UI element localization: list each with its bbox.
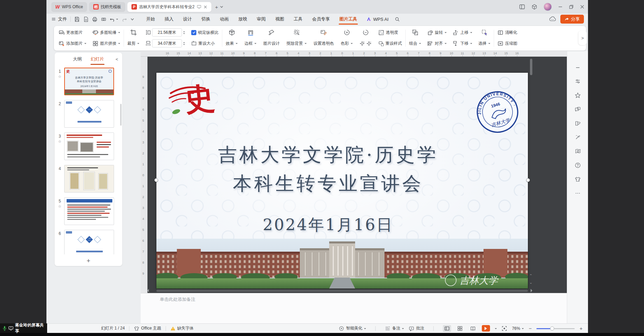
move-up-button[interactable]: 上移 [453, 30, 472, 36]
remove-background-button[interactable]: 抠除背景 [286, 41, 307, 46]
screen-share-banner[interactable]: 蒋金玲的屏幕共享 [0, 323, 47, 333]
previous-slide-button[interactable]: ⌃ [529, 274, 532, 278]
hscroll-right-arrow[interactable] [531, 289, 534, 292]
group-icon[interactable] [412, 29, 419, 36]
picture-stitch-button[interactable]: 图片拼接 [93, 41, 120, 46]
zoom-slider[interactable] [536, 326, 575, 331]
picture-design-icon[interactable] [268, 29, 275, 36]
group-button[interactable]: 组合 [409, 41, 421, 46]
zoom-in-button[interactable]: + [579, 325, 583, 331]
selection-handle-right[interactable] [526, 178, 530, 182]
fit-slide-icon[interactable] [502, 326, 507, 331]
brightness-up-icon[interactable] [344, 29, 350, 36]
menu-design[interactable]: 设计 [183, 16, 192, 22]
history-logo[interactable]: 史 [169, 82, 223, 123]
help-icon[interactable] [575, 162, 581, 168]
output-pdf-icon[interactable] [83, 16, 89, 22]
brightness-down-icon[interactable] [363, 29, 369, 36]
workspace-cube-icon[interactable] [531, 4, 537, 10]
lock-aspect-ratio-checkbox[interactable]: 锁定纵横比 [191, 30, 219, 36]
set-transparent-color-icon[interactable] [320, 29, 327, 36]
shape-combine-icon[interactable] [575, 106, 581, 112]
slide-thumbnail-4[interactable] [64, 165, 114, 193]
align-button[interactable]: 对齐 [427, 41, 447, 46]
change-picture-button[interactable]: 更改图片 [59, 30, 86, 36]
menu-picture-tools[interactable]: 图片工具 [339, 16, 357, 22]
menu-tools[interactable]: 工具 [294, 16, 303, 22]
tab-docer-templates[interactable]: 稻 找稻壳模板 [89, 2, 125, 12]
new-tab-button[interactable]: + [215, 4, 218, 10]
remove-background-icon[interactable] [293, 29, 300, 36]
tab-wps-office[interactable]: W WPS Office [51, 2, 87, 12]
effects-button[interactable]: 效果 [226, 41, 238, 46]
menu-member[interactable]: 会员专享 [312, 16, 330, 22]
vertical-scrollbar[interactable] [530, 59, 532, 75]
search-icon[interactable] [395, 17, 400, 22]
slide-editor[interactable]: 史 JILIN UNIVERSITY · CHINA 1946 吉林大学 吉林大… [156, 73, 528, 289]
menu-home[interactable]: 开始 [146, 16, 155, 22]
slide-thumbnail-6[interactable]: 二 [64, 230, 114, 254]
split-view-icon[interactable] [519, 4, 525, 10]
crop-icon[interactable] [130, 29, 137, 36]
next-slide-button[interactable]: ⌄ [529, 281, 532, 284]
sharpen-up-icon[interactable] [360, 41, 365, 46]
slide-title-line1[interactable]: 吉林大学文学院·历史学 [159, 142, 497, 168]
object-properties-icon[interactable] [575, 78, 581, 84]
select-icon[interactable] [481, 29, 488, 36]
notes-button[interactable]: 备注 [385, 325, 404, 331]
panel-scrollbar[interactable] [120, 104, 122, 126]
horizontal-scrollbar[interactable] [156, 290, 528, 292]
effects-icon[interactable] [228, 29, 235, 36]
menu-view[interactable]: 视图 [275, 16, 284, 22]
view-reading-button[interactable] [469, 325, 477, 332]
compress-button[interactable]: 压缩图 [498, 41, 517, 46]
undo-caret-icon[interactable] [116, 19, 118, 21]
menu-insert[interactable]: 插入 [165, 16, 173, 22]
border-button[interactable]: 边框 [244, 41, 256, 46]
width-stepper[interactable] [183, 41, 185, 46]
slide-thumbnail-5[interactable] [64, 197, 114, 225]
menu-animation[interactable]: 动画 [220, 16, 229, 22]
move-down-button[interactable]: 下移 [453, 41, 472, 46]
picture-design-button[interactable]: 图片设计 [263, 41, 280, 46]
slide-date[interactable]: 2024年1月16日 [159, 214, 497, 236]
width-input[interactable]: 34.07厘米 [152, 39, 182, 47]
more-tools-icon[interactable] [575, 190, 581, 196]
qat-more-chevron-icon[interactable] [130, 17, 135, 22]
share-button[interactable]: 分享 [560, 15, 584, 24]
editing-canvas[interactable]: 1615141312111098765432101234567891011121… [141, 51, 567, 293]
panel-collapse-button[interactable]: < [115, 57, 118, 62]
slide-thumbnail-3[interactable] [64, 132, 114, 160]
height-stepper[interactable] [183, 30, 185, 35]
selection-handle-left[interactable] [154, 178, 158, 182]
tab-presentation-active[interactable]: P 吉林大学历史学科本科转专业2 [127, 2, 211, 12]
print-preview-icon[interactable] [101, 16, 107, 22]
restore-window-icon[interactable] [569, 4, 574, 9]
multi-carousel-button[interactable]: 多图轮播 [93, 30, 120, 36]
select-button[interactable]: 选择 [478, 41, 490, 46]
color-button[interactable]: 色彩 [341, 41, 353, 46]
reset-size-button[interactable]: 重设大小 [191, 41, 219, 46]
tab-slides[interactable]: 幻灯片 [91, 56, 104, 62]
wps-ai-button[interactable]: WPS AI [366, 16, 389, 22]
missing-font-warning[interactable]: 缺失字体 [170, 325, 194, 331]
zoom-out-button[interactable]: − [529, 325, 532, 331]
border-icon[interactable] [247, 29, 254, 36]
view-normal-button[interactable] [443, 325, 451, 332]
height-input[interactable]: 21.56厘米 [152, 28, 182, 37]
close-tab-icon[interactable] [204, 5, 207, 9]
transparency-button[interactable]: 透明度 [378, 30, 402, 36]
docer-resources-icon[interactable] [575, 120, 581, 126]
rotate-button[interactable]: 旋转 [427, 30, 447, 36]
reset-style-button[interactable]: 重设样式 [378, 41, 402, 46]
add-slide-button[interactable]: + [86, 257, 90, 265]
sidebar-collapse-icon[interactable] [575, 65, 580, 70]
add-picture-button[interactable]: 添加图片 [59, 41, 86, 46]
magic-beautify-icon[interactable] [575, 134, 581, 140]
cloud-sync-icon[interactable] [549, 16, 556, 23]
university-seal[interactable]: JILIN UNIVERSITY · CHINA 1946 吉林大学 [471, 85, 524, 139]
zoom-slider-knob[interactable] [550, 326, 554, 331]
navigate-search-icon[interactable] [575, 148, 581, 154]
clarify-button[interactable]: 清晰化 [498, 30, 517, 36]
crop-button[interactable]: 裁剪 [127, 41, 139, 46]
